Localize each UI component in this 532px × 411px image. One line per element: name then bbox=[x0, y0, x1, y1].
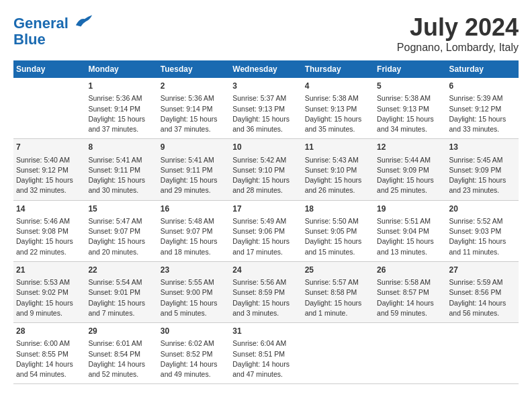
calendar-cell: 19Sunrise: 5:51 AMSunset: 9:04 PMDayligh… bbox=[374, 200, 446, 261]
calendar-cell bbox=[374, 323, 446, 384]
cell-info: Sunrise: 5:48 AMSunset: 9:07 PMDaylight:… bbox=[161, 216, 227, 257]
cell-info: Sunrise: 6:01 AMSunset: 8:54 PMDaylight:… bbox=[88, 338, 154, 379]
day-number: 10 bbox=[232, 142, 299, 153]
calendar-cell: 10Sunrise: 5:42 AMSunset: 9:10 PMDayligh… bbox=[230, 139, 302, 200]
week-row-3: 14Sunrise: 5:46 AMSunset: 9:08 PMDayligh… bbox=[13, 200, 519, 261]
calendar-cell bbox=[447, 323, 519, 384]
day-number: 6 bbox=[449, 81, 516, 92]
calendar-cell: 8Sunrise: 5:41 AMSunset: 9:11 PMDaylight… bbox=[85, 139, 157, 200]
logo-bird-icon bbox=[75, 13, 93, 28]
day-number: 28 bbox=[16, 326, 83, 337]
col-monday: Monday bbox=[85, 60, 157, 78]
week-row-4: 21Sunrise: 5:53 AMSunset: 9:02 PMDayligh… bbox=[13, 261, 519, 322]
day-number: 11 bbox=[305, 142, 371, 153]
day-number: 8 bbox=[88, 142, 154, 153]
cell-info: Sunrise: 5:36 AMSunset: 9:14 PMDaylight:… bbox=[161, 93, 227, 134]
cell-info: Sunrise: 5:41 AMSunset: 9:11 PMDaylight:… bbox=[88, 155, 154, 196]
calendar-cell: 6Sunrise: 5:39 AMSunset: 9:12 PMDaylight… bbox=[447, 78, 519, 139]
day-number: 15 bbox=[88, 203, 154, 215]
calendar-cell: 24Sunrise: 5:56 AMSunset: 8:59 PMDayligh… bbox=[230, 261, 302, 322]
week-row-5: 28Sunrise: 6:00 AMSunset: 8:55 PMDayligh… bbox=[13, 323, 519, 384]
day-number: 9 bbox=[161, 142, 227, 153]
cell-info: Sunrise: 6:00 AMSunset: 8:55 PMDaylight:… bbox=[16, 338, 83, 379]
day-number: 23 bbox=[161, 265, 227, 276]
page-header: General Blue July 2024 Pognano, Lombardy… bbox=[13, 13, 519, 54]
day-number: 17 bbox=[232, 203, 299, 215]
cell-info: Sunrise: 5:39 AMSunset: 9:12 PMDaylight:… bbox=[449, 93, 516, 134]
day-number: 22 bbox=[88, 265, 154, 276]
calendar-cell: 28Sunrise: 6:00 AMSunset: 8:55 PMDayligh… bbox=[13, 323, 85, 384]
col-thursday: Thursday bbox=[302, 60, 374, 78]
calendar-cell: 9Sunrise: 5:41 AMSunset: 9:11 PMDaylight… bbox=[158, 139, 230, 200]
calendar-cell: 16Sunrise: 5:48 AMSunset: 9:07 PMDayligh… bbox=[158, 200, 230, 261]
calendar-cell: 12Sunrise: 5:44 AMSunset: 9:09 PMDayligh… bbox=[374, 139, 446, 200]
cell-info: Sunrise: 5:56 AMSunset: 8:59 PMDaylight:… bbox=[232, 277, 299, 318]
logo-general: General bbox=[13, 15, 69, 32]
cell-info: Sunrise: 5:52 AMSunset: 9:03 PMDaylight:… bbox=[449, 216, 516, 257]
day-number: 27 bbox=[449, 265, 516, 276]
day-number: 13 bbox=[449, 142, 516, 153]
day-number: 2 bbox=[161, 81, 227, 92]
cell-info: Sunrise: 5:54 AMSunset: 9:01 PMDaylight:… bbox=[88, 277, 154, 318]
calendar-cell: 5Sunrise: 5:38 AMSunset: 9:13 PMDaylight… bbox=[374, 78, 446, 139]
day-number: 16 bbox=[161, 203, 227, 215]
col-saturday: Saturday bbox=[447, 60, 519, 78]
day-number: 12 bbox=[377, 142, 443, 153]
cell-info: Sunrise: 5:36 AMSunset: 9:14 PMDaylight:… bbox=[88, 93, 154, 134]
day-number: 14 bbox=[16, 203, 83, 215]
calendar-cell: 14Sunrise: 5:46 AMSunset: 9:08 PMDayligh… bbox=[13, 200, 85, 261]
day-number: 29 bbox=[88, 326, 154, 337]
cell-info: Sunrise: 5:47 AMSunset: 9:07 PMDaylight:… bbox=[88, 216, 154, 257]
day-number: 18 bbox=[305, 203, 371, 215]
calendar-cell: 2Sunrise: 5:36 AMSunset: 9:14 PMDaylight… bbox=[158, 78, 230, 139]
calendar-table: Sunday Monday Tuesday Wednesday Thursday… bbox=[13, 60, 519, 384]
calendar-cell: 21Sunrise: 5:53 AMSunset: 9:02 PMDayligh… bbox=[13, 261, 85, 322]
cell-info: Sunrise: 5:50 AMSunset: 9:05 PMDaylight:… bbox=[305, 216, 371, 257]
calendar-cell: 4Sunrise: 5:38 AMSunset: 9:13 PMDaylight… bbox=[302, 78, 374, 139]
cell-info: Sunrise: 5:38 AMSunset: 9:13 PMDaylight:… bbox=[305, 93, 371, 134]
location-subtitle: Pognano, Lombardy, Italy bbox=[397, 42, 519, 54]
col-wednesday: Wednesday bbox=[230, 60, 302, 78]
calendar-cell bbox=[13, 78, 85, 139]
day-number: 7 bbox=[16, 142, 83, 153]
logo: General Blue bbox=[13, 13, 93, 48]
calendar-cell: 15Sunrise: 5:47 AMSunset: 9:07 PMDayligh… bbox=[85, 200, 157, 261]
day-number: 21 bbox=[16, 265, 83, 276]
day-number: 19 bbox=[377, 203, 443, 215]
cell-info: Sunrise: 5:40 AMSunset: 9:12 PMDaylight:… bbox=[16, 155, 83, 196]
col-friday: Friday bbox=[374, 60, 446, 78]
cell-info: Sunrise: 5:37 AMSunset: 9:13 PMDaylight:… bbox=[232, 93, 299, 134]
cell-info: Sunrise: 5:46 AMSunset: 9:08 PMDaylight:… bbox=[16, 216, 83, 257]
calendar-cell: 23Sunrise: 5:55 AMSunset: 9:00 PMDayligh… bbox=[158, 261, 230, 322]
cell-info: Sunrise: 5:51 AMSunset: 9:04 PMDaylight:… bbox=[377, 216, 443, 257]
cell-info: Sunrise: 5:57 AMSunset: 8:58 PMDaylight:… bbox=[305, 277, 371, 318]
day-number: 3 bbox=[232, 81, 299, 92]
week-row-1: 1Sunrise: 5:36 AMSunset: 9:14 PMDaylight… bbox=[13, 78, 519, 139]
calendar-cell bbox=[302, 323, 374, 384]
calendar-cell: 27Sunrise: 5:59 AMSunset: 8:56 PMDayligh… bbox=[447, 261, 519, 322]
calendar-cell: 1Sunrise: 5:36 AMSunset: 9:14 PMDaylight… bbox=[85, 78, 157, 139]
cell-info: Sunrise: 5:41 AMSunset: 9:11 PMDaylight:… bbox=[161, 155, 227, 196]
calendar-cell: 18Sunrise: 5:50 AMSunset: 9:05 PMDayligh… bbox=[302, 200, 374, 261]
calendar-cell: 31Sunrise: 6:04 AMSunset: 8:51 PMDayligh… bbox=[230, 323, 302, 384]
day-number: 26 bbox=[377, 265, 443, 276]
day-number: 25 bbox=[305, 265, 371, 276]
calendar-cell: 17Sunrise: 5:49 AMSunset: 9:06 PMDayligh… bbox=[230, 200, 302, 261]
month-year-title: July 2024 bbox=[397, 13, 519, 42]
day-number: 4 bbox=[305, 81, 371, 92]
calendar-cell: 26Sunrise: 5:58 AMSunset: 8:57 PMDayligh… bbox=[374, 261, 446, 322]
cell-info: Sunrise: 5:58 AMSunset: 8:57 PMDaylight:… bbox=[377, 277, 443, 318]
title-area: July 2024 Pognano, Lombardy, Italy bbox=[397, 13, 519, 54]
day-number: 31 bbox=[232, 326, 299, 337]
cell-info: Sunrise: 5:42 AMSunset: 9:10 PMDaylight:… bbox=[232, 155, 299, 196]
calendar-cell: 11Sunrise: 5:43 AMSunset: 9:10 PMDayligh… bbox=[302, 139, 374, 200]
day-number: 1 bbox=[88, 81, 154, 92]
cell-info: Sunrise: 6:02 AMSunset: 8:52 PMDaylight:… bbox=[161, 338, 227, 379]
col-sunday: Sunday bbox=[13, 60, 85, 78]
cell-info: Sunrise: 5:55 AMSunset: 9:00 PMDaylight:… bbox=[161, 277, 227, 318]
logo-blue: Blue bbox=[13, 31, 46, 48]
day-number: 30 bbox=[161, 326, 227, 337]
calendar-cell: 13Sunrise: 5:45 AMSunset: 9:09 PMDayligh… bbox=[447, 139, 519, 200]
col-tuesday: Tuesday bbox=[158, 60, 230, 78]
cell-info: Sunrise: 5:44 AMSunset: 9:09 PMDaylight:… bbox=[377, 155, 443, 196]
